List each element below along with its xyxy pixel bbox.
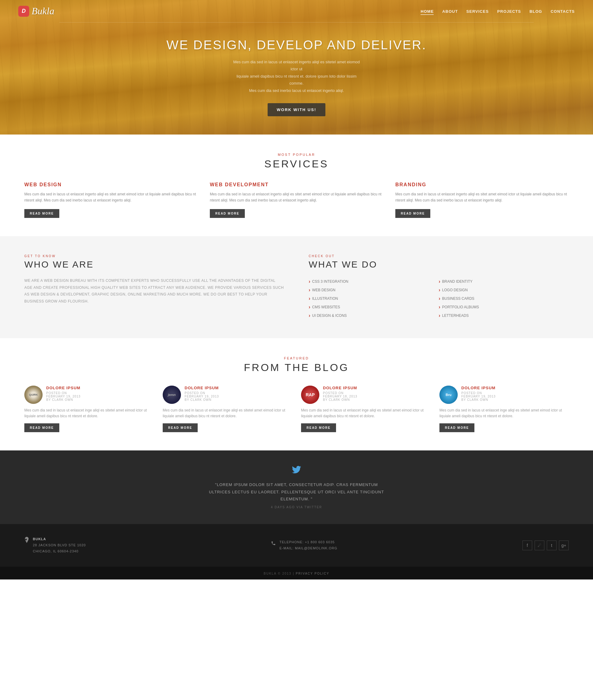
list-item-cms: CMS WEBSITES xyxy=(309,303,439,311)
nav-links: HOME ABOUT SERVICES PROJECTS BLOG CONTAC… xyxy=(421,8,575,14)
blog-post-2-btn[interactable]: READ MORE xyxy=(163,423,198,432)
blog-post-4-title: DOLORE IPSUM xyxy=(461,385,496,390)
service-web-dev-title: WEB DEVELOPMENT xyxy=(210,182,383,187)
services-title: SERVICES xyxy=(24,158,569,170)
blog-section: FEATURED FROM THE BLOG QUIRK DOLORE IPSU… xyxy=(0,338,593,450)
blog-post-3-posted: POSTED ON xyxy=(323,392,357,395)
blog-post-3-thumb: RAP xyxy=(301,385,319,404)
footer-phone: TELEPHONE: +1 800 603 6035 xyxy=(279,539,337,545)
blog-grid: QUIRK DOLORE IPSUM POSTED ON FEBRUARY 19… xyxy=(24,385,569,432)
list-item-logo: LOGO DESIGN xyxy=(439,286,569,294)
blog-title: FROM THE BLOG xyxy=(24,362,569,373)
who-left: GET TO KNOW WHO WE ARE WE ARE A WEB DESI… xyxy=(24,254,284,320)
blog-post-2-meta: DOLORE IPSUM POSTED ON FEBRUARY 19, 2013… xyxy=(185,385,219,401)
service-web-design: WEB DESIGN Mes cum dia sed in lacus ut e… xyxy=(24,182,198,218)
twitter-time: 4 DAYS AGO VIA TWITTER xyxy=(24,506,569,509)
blog-post-1-date: FEBRUARY 19, 2013 xyxy=(46,395,81,398)
service-branding-title: BRANDING xyxy=(395,182,569,187)
logo-icon: D xyxy=(18,6,29,17)
nav-item-home[interactable]: HOME xyxy=(421,8,434,14)
blog-label: FEATURED xyxy=(24,357,569,360)
blog-post-4-posted: POSTED ON xyxy=(461,392,496,395)
blog-post-3-excerpt: Mes cum dia sed in lacus ut enlascet ing… xyxy=(301,408,430,419)
service-branding-btn[interactable]: READ MORE xyxy=(395,209,430,218)
twitter-section: "LOREM IPSUM DOLOR SIT AMET, CONSECTETUR… xyxy=(0,450,593,524)
main-nav: D Bukla HOME ABOUT SERVICES PROJECTS BLO… xyxy=(0,0,593,22)
service-web-dev-text: Mes cum dia sed in lacus ut enlascet ing… xyxy=(210,191,383,204)
footer-contact: TELEPHONE: +1 800 603 6035 E-MAIL: MAIL@… xyxy=(271,539,337,551)
blog-post-1-title: DOLORE IPSUM xyxy=(46,385,81,390)
blog-post-2: jemn DOLORE IPSUM POSTED ON FEBRUARY 19,… xyxy=(163,385,292,432)
services-label: MOST POPULAR xyxy=(24,153,569,156)
blog-post-3-by: BY CLARK OWN xyxy=(323,398,357,401)
list-item-brand: BRAND IDENTITY xyxy=(439,277,569,286)
service-web-design-title: WEB DESIGN xyxy=(24,182,198,187)
who-right: CHECK OUT WHAT WE DO CSS 3 INTEGRATION W… xyxy=(309,254,569,320)
footer-email: E-MAIL: MAIL@DEMOLINK.ORG xyxy=(279,545,337,551)
blog-post-4-thumb: Bru xyxy=(439,385,458,404)
blog-post-1-btn[interactable]: READ MORE xyxy=(24,423,59,432)
twitter-social-icon[interactable]: t xyxy=(547,541,556,550)
blog-post-3-date: FEBRUARY 18, 2013 xyxy=(323,395,357,398)
service-web-dev: WEB DEVELOPMENT Mes cum dia sed in lacus… xyxy=(210,182,383,218)
footer-contact-text: TELEPHONE: +1 800 603 6035 E-MAIL: MAIL@… xyxy=(279,539,337,551)
list-item-portfolio: PORTFOLIO ALBUMS xyxy=(439,303,569,311)
services-grid: WEB DESIGN Mes cum dia sed in lacus ut e… xyxy=(24,182,569,218)
blog-post-2-header: jemn DOLORE IPSUM POSTED ON FEBRUARY 19,… xyxy=(163,385,292,404)
service-web-design-btn[interactable]: READ MORE xyxy=(24,209,59,218)
list-item-webdesign: WEB DESIGN xyxy=(309,286,439,294)
privacy-link[interactable]: PRIVACY POLICY xyxy=(296,572,329,575)
services-section: MOST POPULAR SERVICES WEB DESIGN Mes cum… xyxy=(0,135,593,236)
who-section: GET TO KNOW WHO WE ARE WE ARE A WEB DESI… xyxy=(0,236,593,338)
nav-item-contacts[interactable]: CONTACTS xyxy=(551,8,575,14)
service-web-dev-btn[interactable]: READ MORE xyxy=(210,209,245,218)
what-title: WHAT WE DO xyxy=(309,259,569,270)
footer-address-line2: CHICAGO, IL 60604-2340 xyxy=(33,548,86,555)
what-list-left: CSS 3 INTEGRATION WEB DESIGN ILLUSTRATIO… xyxy=(309,277,439,320)
footer-main: BUKLA 28 JACKSON BLVD STE 1020 CHICAGO, … xyxy=(0,524,593,566)
facebook-icon[interactable]: f xyxy=(522,541,532,550)
list-item-illustration: ILLUSTRATION xyxy=(309,294,439,303)
nav-item-about[interactable]: ABOUT xyxy=(442,8,458,14)
blog-post-2-thumb: jemn xyxy=(163,385,181,404)
logo-area: D Bukla xyxy=(18,5,54,17)
blog-post-2-title: DOLORE IPSUM xyxy=(185,385,219,390)
twitter-icon xyxy=(24,466,569,476)
blog-post-4: Bru DOLORE IPSUM POSTED ON FEBRUARY 19, … xyxy=(439,385,569,432)
blog-post-2-by: BY CLARK OWN xyxy=(185,398,219,401)
blog-post-3-title: DOLORE IPSUM xyxy=(323,385,357,390)
who-title: WHO WE ARE xyxy=(24,259,284,270)
nav-item-projects[interactable]: PROJECTS xyxy=(497,8,521,14)
logo-text: Bukla xyxy=(32,5,54,17)
blog-post-4-btn[interactable]: READ MORE xyxy=(439,423,474,432)
blog-post-1-by: BY CLARK OWN xyxy=(46,398,81,401)
service-branding: BRANDING Mes cum dia sed in lacus ut enl… xyxy=(395,182,569,218)
blog-post-1-meta: DOLORE IPSUM POSTED ON FEBRUARY 19, 2013… xyxy=(46,385,81,401)
blog-post-3-btn[interactable]: READ MORE xyxy=(301,423,336,432)
googleplus-icon[interactable]: g+ xyxy=(559,541,569,550)
who-label: GET TO KNOW xyxy=(24,254,284,258)
blog-post-1-header: QUIRK DOLORE IPSUM POSTED ON FEBRUARY 19… xyxy=(24,385,154,404)
nav-item-blog[interactable]: BLOG xyxy=(529,8,542,14)
blog-post-4-by: BY CLARK OWN xyxy=(461,398,496,401)
blog-post-1-thumb: QUIRK xyxy=(24,385,43,404)
cta-button[interactable]: WORK WITH US! xyxy=(268,103,325,116)
footer-addr-text: BUKLA 28 JACKSON BLVD STE 1020 CHICAGO, … xyxy=(33,536,86,554)
blog-post-4-meta: DOLORE IPSUM POSTED ON FEBRUARY 19, 2013… xyxy=(461,385,496,401)
blog-post-4-excerpt: Mes cum dia sed in lacus ut enlascet ing… xyxy=(439,408,569,419)
service-web-design-text: Mes cum dia sed in lacus ut enlascet ing… xyxy=(24,191,198,204)
footer-address: BUKLA 28 JACKSON BLVD STE 1020 CHICAGO, … xyxy=(24,536,86,554)
list-item-css: CSS 3 INTEGRATION xyxy=(309,277,439,286)
location-icon xyxy=(24,537,29,545)
rss-icon[interactable]: ☄ xyxy=(535,541,544,550)
list-item-letterheads: LETTERHEADS xyxy=(439,311,569,320)
who-grid: GET TO KNOW WHO WE ARE WE ARE A WEB DESI… xyxy=(24,254,569,320)
nav-item-services[interactable]: SERVICES xyxy=(467,8,489,14)
what-lists: CSS 3 INTEGRATION WEB DESIGN ILLUSTRATIO… xyxy=(309,277,569,320)
blog-post-1: QUIRK DOLORE IPSUM POSTED ON FEBRUARY 19… xyxy=(24,385,154,432)
footer-bottom: BUKLA © 2013 | PRIVACY POLICY xyxy=(0,567,593,580)
hero-subtitle: Mes cum dia sed in lacus ut enlascet ing… xyxy=(230,59,363,94)
who-text: WE ARE A WEB DESIGN BUREAU WITH ITS COMP… xyxy=(24,277,284,305)
twitter-quote: "LOREM IPSUM DOLOR SIT AMET, CONSECTETUR… xyxy=(205,481,388,503)
list-item-ui: UI DESIGN & ICONS xyxy=(309,311,439,320)
